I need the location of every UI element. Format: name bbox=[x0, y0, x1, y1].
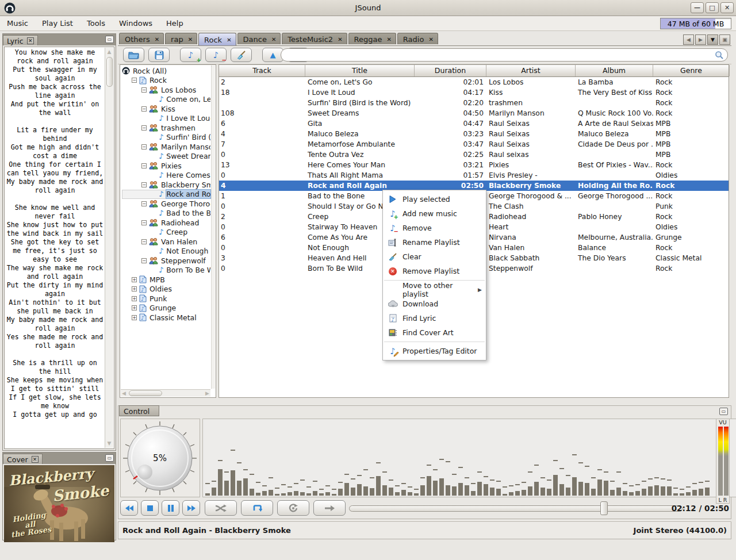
table-row[interactable]: 7Metamorfose Ambulante03:47Raul SeixasCi… bbox=[219, 139, 729, 149]
tab-scroll-right-icon[interactable]: ▶ bbox=[695, 34, 706, 45]
collapse-icon[interactable]: − bbox=[141, 144, 147, 149]
menu-item-add-new-music[interactable]: ♪+Add new music bbox=[383, 206, 486, 221]
advance-button[interactable] bbox=[313, 500, 346, 516]
tab-close-icon[interactable]: ✕ bbox=[428, 36, 433, 43]
save-playlist-button[interactable] bbox=[148, 48, 170, 62]
tree-item[interactable]: +♪Grunge bbox=[122, 304, 210, 313]
collapse-icon[interactable]: − bbox=[141, 258, 147, 263]
column-header-album[interactable]: Album bbox=[576, 65, 653, 76]
tree-item[interactable]: ♪Not Enough bbox=[122, 247, 210, 256]
tree-item[interactable]: −♪Rock bbox=[122, 76, 210, 86]
tree-horizontal-scrollbar[interactable]: ◀ ▶ bbox=[121, 389, 210, 397]
lyric-tab[interactable]: Lyric ✕ bbox=[3, 35, 38, 45]
seek-thumb[interactable] bbox=[600, 501, 608, 515]
collapse-icon[interactable]: − bbox=[141, 220, 147, 225]
pause-button[interactable] bbox=[162, 500, 179, 516]
column-header-title[interactable]: Title bbox=[305, 65, 415, 76]
expand-icon[interactable]: + bbox=[132, 315, 137, 320]
tree-item[interactable]: ♪Come on, Let's Go bbox=[122, 95, 210, 105]
collapse-icon[interactable]: − bbox=[132, 78, 137, 83]
repeat-button[interactable] bbox=[241, 500, 273, 516]
tree-item[interactable]: −trashmen bbox=[122, 123, 210, 133]
column-header-artist[interactable]: Artist bbox=[486, 65, 576, 76]
tree-item[interactable]: −Los Lobos bbox=[122, 85, 210, 95]
column-header-duration[interactable]: Duration bbox=[415, 65, 486, 76]
tree-item[interactable]: +♪Punk bbox=[122, 294, 210, 304]
playlist-tab-others[interactable]: Others✕ bbox=[119, 33, 164, 44]
tree-item[interactable]: Rock (All) bbox=[122, 66, 210, 76]
tab-list-dropdown-icon[interactable]: ▼ bbox=[707, 34, 718, 45]
memory-gauge[interactable]: 47 MB of 60 MB bbox=[660, 18, 731, 29]
collapse-icon[interactable]: − bbox=[141, 163, 147, 168]
volume-knob[interactable]: 5% bbox=[121, 419, 200, 497]
menu-music[interactable]: Music bbox=[7, 19, 28, 28]
control-tab[interactable]: Control bbox=[119, 405, 159, 416]
scroll-down-icon[interactable]: ▼ bbox=[106, 440, 113, 447]
tab-scroll-left-icon[interactable]: ◀ bbox=[683, 34, 694, 45]
tab-maximize-icon[interactable]: ▣ bbox=[719, 34, 730, 45]
tab-close-icon[interactable]: ✕ bbox=[227, 37, 231, 43]
tree-item[interactable]: −Pixies bbox=[122, 161, 210, 171]
tree-item[interactable]: +♪Oldies bbox=[122, 285, 210, 294]
menu-item-find-cover-art[interactable]: Find Cover Art bbox=[383, 325, 486, 340]
lyric-scroll-thumb[interactable] bbox=[106, 57, 113, 87]
tree-item[interactable]: ♪Here Comes Your Man bbox=[122, 171, 210, 181]
maximize-button[interactable]: □ bbox=[706, 2, 719, 13]
tree-item[interactable]: ♪Born To Be Wild bbox=[122, 266, 210, 275]
menu-item-clear[interactable]: Clear bbox=[383, 250, 486, 264]
table-row[interactable]: 108Sweet Dreams04:50Marilyn MansonQ Musi… bbox=[219, 108, 729, 118]
playlist-tab-testemusic2[interactable]: TesteMusic2✕ bbox=[282, 33, 347, 44]
playlist-tab-rock[interactable]: Rock✕ bbox=[198, 33, 236, 45]
playlist-tab-rap[interactable]: rap✕ bbox=[165, 33, 197, 44]
tab-close-icon[interactable]: ✕ bbox=[271, 36, 276, 43]
collapse-icon[interactable]: − bbox=[141, 239, 147, 244]
table-row[interactable]: 13Here Comes Your Man03:21PixiesBest Of … bbox=[219, 160, 729, 170]
menu-item-move-to-other-playlist[interactable]: Move to other playlist▶ bbox=[383, 282, 486, 297]
table-row[interactable]: 0Thats All Right Mama01:57Elvis Presley … bbox=[219, 170, 729, 181]
close-button[interactable]: ✕ bbox=[720, 2, 734, 13]
expand-icon[interactable]: + bbox=[132, 305, 137, 310]
add-music-button[interactable]: ♪+ bbox=[180, 48, 201, 62]
table-row[interactable]: 4Maluco Beleza03:23Raul SeixasMaluco Bel… bbox=[219, 129, 729, 139]
tree-item[interactable]: ♪Surfin' Bird (Bird is the Word) bbox=[122, 133, 210, 143]
shuffle-button[interactable] bbox=[205, 500, 237, 516]
expand-icon[interactable]: + bbox=[132, 286, 137, 291]
collapse-icon[interactable]: − bbox=[141, 182, 147, 187]
tree-item[interactable]: −Blackberry Smoke bbox=[122, 180, 210, 190]
minimize-button[interactable]: — bbox=[691, 2, 704, 13]
tree-vertical-scrollbar[interactable] bbox=[211, 66, 215, 389]
tree-item[interactable]: −Radiohead bbox=[122, 218, 210, 228]
menu-item-rename-playlist[interactable]: Rename Playlist bbox=[383, 235, 486, 250]
scroll-left-icon[interactable]: ◀ bbox=[122, 390, 126, 397]
expand-icon[interactable]: + bbox=[132, 296, 137, 301]
open-playlist-button[interactable] bbox=[123, 48, 144, 62]
tree-item[interactable]: ♪Sweet Dreams bbox=[122, 152, 210, 162]
menu-item-download[interactable]: Download bbox=[383, 297, 486, 311]
table-row[interactable]: 2Come on, Let's Go02:01Los LobosLa Bamba… bbox=[219, 77, 729, 87]
menu-help[interactable]: Help bbox=[166, 19, 183, 28]
tree-scroll-thumb[interactable] bbox=[129, 390, 162, 396]
tab-close-icon[interactable]: ✕ bbox=[188, 36, 193, 43]
playlist-tab-reggae[interactable]: Reggae✕ bbox=[348, 33, 396, 44]
collapse-icon[interactable]: − bbox=[141, 201, 147, 206]
menu-playlist[interactable]: Play List bbox=[42, 19, 73, 28]
previous-button[interactable] bbox=[120, 500, 138, 516]
tree-item[interactable]: ♪Bad to the Bone bbox=[122, 209, 210, 218]
column-header-genre[interactable]: Genre bbox=[653, 65, 730, 76]
tree-item[interactable]: +♪Classic Metal bbox=[122, 313, 210, 323]
playlist-tab-radio[interactable]: Radio✕ bbox=[397, 33, 438, 44]
remove-music-button[interactable]: ♪− bbox=[205, 48, 227, 62]
menu-item-find-lyric[interactable]: ♪Find Lyric bbox=[383, 311, 486, 325]
collapse-icon[interactable]: − bbox=[141, 125, 147, 131]
tree-item[interactable]: ♪Creep bbox=[122, 228, 210, 237]
lyric-scrollbar[interactable]: ▲ ▼ bbox=[105, 48, 113, 448]
stop-button[interactable] bbox=[141, 500, 159, 516]
tree-item[interactable]: +♪MPB bbox=[122, 275, 210, 285]
tab-close-icon[interactable]: ✕ bbox=[386, 36, 391, 43]
tree-item[interactable]: −Marilyn Manson bbox=[122, 142, 210, 152]
clear-playlist-button[interactable] bbox=[231, 48, 252, 62]
tree-item[interactable]: −George Thorogood & ... bbox=[122, 199, 210, 209]
menu-windows[interactable]: Windows bbox=[119, 19, 152, 28]
cover-collapse-button[interactable]: ▭ bbox=[105, 454, 114, 462]
scroll-right-icon[interactable]: ▶ bbox=[205, 390, 209, 397]
